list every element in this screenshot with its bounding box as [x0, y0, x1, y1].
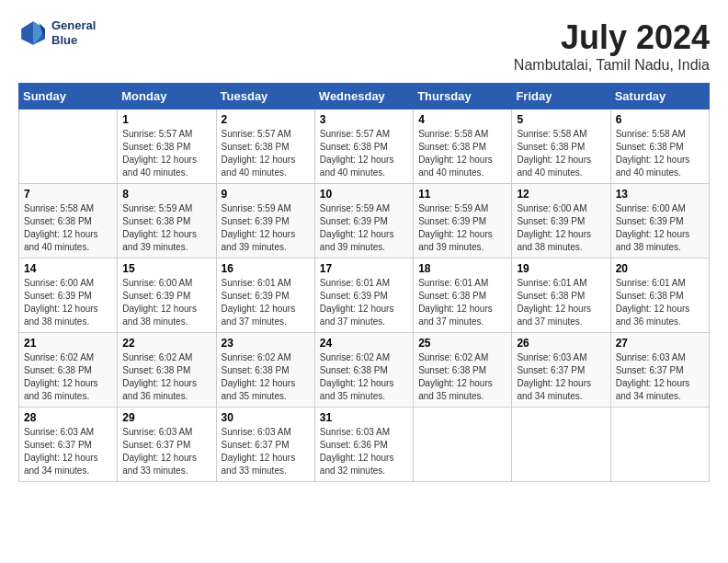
day-info: Sunrise: 5:59 AM Sunset: 6:39 PM Dayligh…: [418, 202, 506, 254]
calendar-cell: [19, 109, 118, 184]
day-info: Sunrise: 6:03 AM Sunset: 6:37 PM Dayligh…: [517, 351, 605, 403]
logo-text: General Blue: [51, 18, 96, 47]
day-info: Sunrise: 6:03 AM Sunset: 6:37 PM Dayligh…: [222, 426, 310, 477]
day-number: 3: [320, 113, 408, 126]
calendar-cell: 17Sunrise: 6:01 AM Sunset: 6:39 PM Dayli…: [314, 259, 413, 333]
weekday-header-saturday: Saturday: [610, 84, 709, 109]
calendar-cell: 28Sunrise: 6:03 AM Sunset: 6:37 PM Dayli…: [19, 408, 118, 482]
day-number: 24: [320, 337, 408, 350]
day-number: 12: [517, 188, 605, 201]
day-info: Sunrise: 6:01 AM Sunset: 6:38 PM Dayligh…: [517, 277, 605, 328]
day-info: Sunrise: 6:00 AM Sunset: 6:39 PM Dayligh…: [122, 277, 210, 328]
calendar-cell: 25Sunrise: 6:02 AM Sunset: 6:38 PM Dayli…: [414, 333, 512, 408]
weekday-header-wednesday: Wednesday: [314, 84, 413, 109]
calendar-cell: 1Sunrise: 5:57 AM Sunset: 6:38 PM Daylig…: [118, 109, 216, 184]
calendar-table: SundayMondayTuesdayWednesdayThursdayFrid…: [18, 83, 710, 482]
day-number: 19: [517, 262, 605, 275]
day-info: Sunrise: 6:02 AM Sunset: 6:38 PM Dayligh…: [222, 351, 310, 403]
location: Nambutalai, Tamil Nadu, India: [514, 57, 710, 74]
day-number: 15: [122, 262, 210, 275]
day-info: Sunrise: 6:01 AM Sunset: 6:39 PM Dayligh…: [320, 277, 408, 328]
day-info: Sunrise: 6:00 AM Sunset: 6:39 PM Dayligh…: [616, 202, 704, 254]
day-info: Sunrise: 6:02 AM Sunset: 6:38 PM Dayligh…: [122, 351, 210, 403]
calendar-cell: [512, 408, 610, 482]
logo-line1: General: [51, 18, 96, 33]
day-number: 14: [24, 262, 112, 275]
day-number: 23: [222, 337, 310, 350]
calendar-cell: 16Sunrise: 6:01 AM Sunset: 6:39 PM Dayli…: [216, 259, 314, 333]
day-info: Sunrise: 6:02 AM Sunset: 6:38 PM Dayligh…: [418, 351, 506, 403]
day-info: Sunrise: 6:02 AM Sunset: 6:38 PM Dayligh…: [320, 351, 408, 403]
day-info: Sunrise: 6:03 AM Sunset: 6:37 PM Dayligh…: [616, 351, 704, 403]
day-info: Sunrise: 6:00 AM Sunset: 6:39 PM Dayligh…: [24, 277, 112, 328]
calendar-cell: 21Sunrise: 6:02 AM Sunset: 6:38 PM Dayli…: [19, 333, 118, 408]
weekday-header-friday: Friday: [512, 84, 610, 109]
day-number: 25: [418, 337, 506, 350]
day-info: Sunrise: 5:59 AM Sunset: 6:39 PM Dayligh…: [320, 202, 408, 254]
day-number: 1: [122, 113, 210, 126]
day-info: Sunrise: 5:59 AM Sunset: 6:38 PM Dayligh…: [122, 202, 210, 254]
day-info: Sunrise: 6:03 AM Sunset: 6:37 PM Dayligh…: [24, 426, 112, 477]
calendar-cell: 31Sunrise: 6:03 AM Sunset: 6:36 PM Dayli…: [314, 408, 413, 482]
day-number: 6: [616, 113, 704, 126]
calendar-cell: 10Sunrise: 5:59 AM Sunset: 6:39 PM Dayli…: [314, 184, 413, 259]
day-number: 21: [24, 337, 112, 350]
day-info: Sunrise: 6:01 AM Sunset: 6:39 PM Dayligh…: [222, 277, 310, 328]
day-info: Sunrise: 5:57 AM Sunset: 6:38 PM Dayligh…: [122, 128, 210, 179]
day-number: 26: [517, 337, 605, 350]
calendar-cell: 9Sunrise: 5:59 AM Sunset: 6:39 PM Daylig…: [216, 184, 314, 259]
calendar-cell: 15Sunrise: 6:00 AM Sunset: 6:39 PM Dayli…: [118, 259, 216, 333]
calendar-cell: [610, 408, 709, 482]
calendar-cell: [414, 408, 512, 482]
day-info: Sunrise: 5:59 AM Sunset: 6:39 PM Dayligh…: [222, 202, 310, 254]
day-info: Sunrise: 6:00 AM Sunset: 6:39 PM Dayligh…: [517, 202, 605, 254]
day-number: 2: [222, 113, 310, 126]
calendar-cell: 2Sunrise: 5:57 AM Sunset: 6:38 PM Daylig…: [216, 109, 314, 184]
calendar-cell: 26Sunrise: 6:03 AM Sunset: 6:37 PM Dayli…: [512, 333, 610, 408]
calendar-cell: 27Sunrise: 6:03 AM Sunset: 6:37 PM Dayli…: [610, 333, 709, 408]
day-info: Sunrise: 5:57 AM Sunset: 6:38 PM Dayligh…: [222, 128, 310, 179]
day-info: Sunrise: 6:03 AM Sunset: 6:36 PM Dayligh…: [320, 426, 408, 477]
day-info: Sunrise: 6:01 AM Sunset: 6:38 PM Dayligh…: [616, 277, 704, 328]
weekday-header-tuesday: Tuesday: [216, 84, 314, 109]
weekday-header-thursday: Thursday: [414, 84, 512, 109]
day-number: 29: [122, 411, 210, 424]
weekday-header-sunday: Sunday: [19, 84, 118, 109]
day-info: Sunrise: 6:03 AM Sunset: 6:37 PM Dayligh…: [122, 426, 210, 477]
calendar-cell: 3Sunrise: 5:57 AM Sunset: 6:38 PM Daylig…: [314, 109, 413, 184]
title-block: July 2024 Nambutalai, Tamil Nadu, India: [514, 18, 710, 74]
calendar-cell: 24Sunrise: 6:02 AM Sunset: 6:38 PM Dayli…: [314, 333, 413, 408]
calendar-cell: 13Sunrise: 6:00 AM Sunset: 6:39 PM Dayli…: [610, 184, 709, 259]
day-number: 30: [222, 411, 310, 424]
day-info: Sunrise: 5:58 AM Sunset: 6:38 PM Dayligh…: [616, 128, 704, 179]
calendar-cell: 29Sunrise: 6:03 AM Sunset: 6:37 PM Dayli…: [118, 408, 216, 482]
day-number: 5: [517, 113, 605, 126]
day-number: 20: [616, 262, 704, 275]
calendar-week-2: 7Sunrise: 5:58 AM Sunset: 6:38 PM Daylig…: [19, 184, 710, 259]
logo-line2: Blue: [51, 33, 96, 48]
calendar-cell: 8Sunrise: 5:59 AM Sunset: 6:38 PM Daylig…: [118, 184, 216, 259]
calendar-cell: 14Sunrise: 6:00 AM Sunset: 6:39 PM Dayli…: [19, 259, 118, 333]
calendar-cell: 20Sunrise: 6:01 AM Sunset: 6:38 PM Dayli…: [610, 259, 709, 333]
day-number: 16: [222, 262, 310, 275]
day-info: Sunrise: 6:01 AM Sunset: 6:38 PM Dayligh…: [418, 277, 506, 328]
day-number: 9: [222, 188, 310, 201]
calendar-cell: 4Sunrise: 5:58 AM Sunset: 6:38 PM Daylig…: [414, 109, 512, 184]
day-number: 28: [24, 411, 112, 424]
day-number: 8: [122, 188, 210, 201]
day-number: 7: [24, 188, 112, 201]
calendar-week-5: 28Sunrise: 6:03 AM Sunset: 6:37 PM Dayli…: [19, 408, 710, 482]
calendar-cell: 22Sunrise: 6:02 AM Sunset: 6:38 PM Dayli…: [118, 333, 216, 408]
day-number: 10: [320, 188, 408, 201]
calendar-week-3: 14Sunrise: 6:00 AM Sunset: 6:39 PM Dayli…: [19, 259, 710, 333]
logo: General Blue: [18, 18, 96, 48]
calendar-cell: 23Sunrise: 6:02 AM Sunset: 6:38 PM Dayli…: [216, 333, 314, 408]
day-number: 13: [616, 188, 704, 201]
calendar-cell: 5Sunrise: 5:58 AM Sunset: 6:38 PM Daylig…: [512, 109, 610, 184]
day-number: 22: [122, 337, 210, 350]
day-number: 31: [320, 411, 408, 424]
calendar-cell: 30Sunrise: 6:03 AM Sunset: 6:37 PM Dayli…: [216, 408, 314, 482]
weekday-header-row: SundayMondayTuesdayWednesdayThursdayFrid…: [19, 84, 710, 109]
day-number: 17: [320, 262, 408, 275]
calendar-cell: 19Sunrise: 6:01 AM Sunset: 6:38 PM Dayli…: [512, 259, 610, 333]
